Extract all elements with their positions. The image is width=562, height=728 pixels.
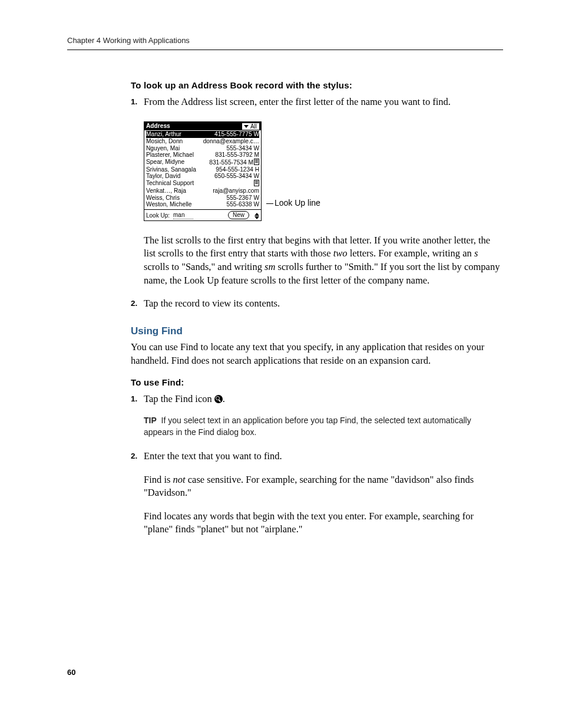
step-text: Enter the text that you want to find. bbox=[144, 450, 503, 463]
lookup-input[interactable]: man bbox=[173, 212, 193, 219]
app-title: Address bbox=[146, 123, 170, 130]
category-picker[interactable]: All bbox=[242, 123, 259, 130]
table-row[interactable]: Weiss, Chris555-2367 W bbox=[146, 195, 259, 202]
find-icon bbox=[214, 395, 223, 403]
body-paragraph: You can use Find to locate any text that… bbox=[131, 341, 503, 368]
body-paragraph: The list scrolls to the first entry that… bbox=[144, 234, 503, 288]
step-number: 2. bbox=[131, 297, 144, 311]
table-row[interactable]: Mosich, Donndonna@example.c… bbox=[146, 138, 259, 145]
step-number: 1. bbox=[131, 393, 144, 406]
tip-label: TIP bbox=[144, 416, 157, 425]
page-number: 60 bbox=[67, 667, 75, 678]
device-screen: Address All Manzi, Arthur415-555-7775 WM… bbox=[144, 121, 262, 220]
table-row[interactable]: Srivinas, Sanagala954-555-1234 H bbox=[146, 166, 259, 173]
body-paragraph: Find locates any words that begin with t… bbox=[144, 510, 503, 537]
scroll-arrows[interactable] bbox=[254, 213, 259, 219]
heading-using-find: Using Find bbox=[131, 324, 503, 338]
lookup-label: Look Up: bbox=[146, 212, 170, 219]
table-row[interactable]: Venkat…, Rajaraja@anyisp.com bbox=[146, 187, 259, 195]
address-list[interactable]: Manzi, Arthur415-555-7775 WMosich, Donnd… bbox=[144, 130, 261, 209]
running-head: Chapter 4 Working with Applications bbox=[67, 35, 503, 50]
figure-address-list: Address All Manzi, Arthur415-555-7775 WM… bbox=[144, 121, 503, 220]
step-number: 2. bbox=[131, 450, 144, 463]
body-paragraph: Find is not case sensitive. For example,… bbox=[144, 473, 503, 500]
table-row[interactable]: Taylor, David650-555-3434 W bbox=[146, 173, 259, 180]
table-row[interactable]: Weston, Michelle555-6338 W bbox=[146, 201, 259, 208]
note-icon bbox=[254, 159, 259, 165]
step-number: 1. bbox=[131, 95, 144, 109]
procedure-title-find: To use Find: bbox=[131, 377, 503, 389]
step-text: Tap the Find icon . bbox=[144, 393, 503, 406]
table-row[interactable]: Spear, Midyne831-555-7534 M bbox=[146, 159, 259, 166]
table-row[interactable]: Nguyen, Mai555-3434 W bbox=[146, 145, 259, 152]
table-row[interactable]: Plasterer, Michael831-555-3792 M bbox=[146, 151, 259, 159]
table-row[interactable]: Technical Support bbox=[146, 180, 259, 187]
table-row[interactable]: Manzi, Arthur415-555-7775 W bbox=[146, 131, 259, 138]
new-button[interactable]: New bbox=[228, 211, 249, 219]
arrow-up-icon bbox=[254, 213, 259, 216]
chevron-down-icon bbox=[244, 125, 249, 128]
note-icon bbox=[254, 180, 259, 186]
step-text: Tap the record to view its contents. bbox=[144, 297, 503, 311]
step-text: From the Address list screen, enter the … bbox=[144, 95, 503, 109]
tip-block: TIP If you select text in an application… bbox=[144, 414, 503, 439]
arrow-down-icon bbox=[254, 216, 259, 219]
figure-callout: Look Up line bbox=[266, 197, 320, 209]
procedure-title-lookup: To look up an Address Book record with t… bbox=[131, 80, 503, 92]
